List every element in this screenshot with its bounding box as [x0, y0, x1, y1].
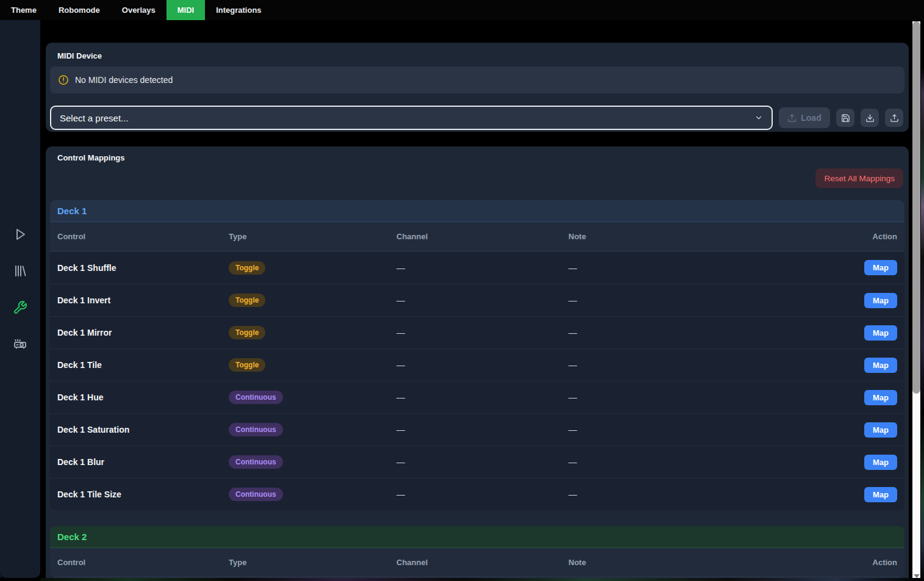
scrollbar-track[interactable]: [912, 21, 920, 581]
type-badge: Toggle: [229, 326, 265, 339]
type-cell: Toggle: [229, 294, 396, 307]
action-cell: Map: [864, 422, 897, 438]
table-header-row: ControlTypeChannelNoteAction: [50, 548, 904, 577]
download-preset-button[interactable]: [861, 109, 879, 127]
control-mappings-panel: Control Mappings Reset All Mappings Deck…: [46, 146, 909, 578]
load-button-label: Load: [801, 113, 821, 123]
mapping-row: Deck 1 ShuffleToggle——Map: [50, 251, 904, 284]
warning-icon: [58, 74, 69, 85]
type-cell: Toggle: [229, 358, 396, 372]
chevron-down-icon: [754, 114, 763, 122]
preset-select[interactable]: Select a preset...: [50, 106, 773, 130]
type-badge: Continuous: [229, 391, 283, 404]
table-header-row: ControlTypeChannelNoteAction: [50, 222, 904, 251]
tab-integrations[interactable]: Integrations: [205, 0, 272, 20]
channel-value: —: [396, 392, 568, 402]
mapping-row: Deck 1 BlurContinuous——Map: [50, 446, 904, 478]
action-cell: Map: [864, 455, 897, 470]
column-header: Control: [57, 558, 229, 567]
control-name: Deck 1 Shuffle: [57, 263, 229, 273]
load-preset-button[interactable]: Load: [779, 107, 830, 128]
projector-icon[interactable]: [9, 333, 31, 355]
map-button[interactable]: Map: [864, 422, 897, 438]
library-icon[interactable]: [9, 260, 31, 282]
upload-icon: [890, 114, 899, 123]
type-badge: Continuous: [229, 488, 283, 501]
map-button[interactable]: Map: [864, 358, 897, 373]
mapping-row: Deck 1 TileToggle——Map: [50, 348, 904, 381]
map-button[interactable]: Map: [864, 325, 897, 341]
map-button[interactable]: Map: [864, 455, 897, 470]
action-cell: Map: [864, 390, 897, 405]
tab-midi[interactable]: MIDI: [167, 0, 205, 20]
tab-overlays[interactable]: Overlays: [111, 0, 167, 20]
action-cell: Map: [864, 358, 897, 373]
control-name: Deck 1 Hue: [57, 392, 229, 402]
type-badge: Toggle: [229, 358, 265, 372]
map-button[interactable]: Map: [864, 487, 897, 502]
control-name: Deck 1 Tile Size: [57, 489, 229, 499]
no-midi-alert: No MIDI devices detected: [50, 67, 904, 93]
decks: Deck 1ControlTypeChannelNoteActionDeck 1…: [50, 200, 904, 581]
mapping-row: Deck 1 Tile SizeContinuous——Map: [50, 478, 904, 510]
deck-title: Deck 1: [50, 200, 904, 222]
play-icon[interactable]: [9, 223, 31, 245]
channel-value: —: [396, 263, 568, 273]
type-cell: Continuous: [229, 488, 396, 501]
channel-value: —: [396, 360, 568, 370]
sidebar: [0, 20, 40, 578]
top-nav: Theme Robomode Overlays MIDI Integration…: [0, 0, 924, 20]
deck-section: Deck 2ControlTypeChannelNoteAction: [50, 526, 904, 577]
upload-icon: [787, 114, 797, 123]
mapping-row: Deck 1 HueContinuous——Map: [50, 381, 904, 413]
control-mappings-header: Control Mappings Reset All Mappings: [46, 146, 909, 200]
download-icon: [865, 114, 875, 123]
type-badge: Continuous: [229, 423, 283, 436]
action-cell: Map: [864, 487, 897, 502]
upload-preset-button[interactable]: [885, 109, 903, 127]
column-header: Type: [229, 232, 396, 241]
scrollbar-thumb[interactable]: [912, 21, 920, 394]
tab-theme[interactable]: Theme: [0, 0, 48, 20]
type-badge: Toggle: [229, 261, 265, 275]
action-cell: Map: [864, 325, 897, 341]
mapping-row: Deck 1 InvertToggle——Map: [50, 284, 904, 316]
channel-value: —: [396, 489, 568, 499]
column-header: Action: [873, 558, 897, 567]
action-cell: Map: [864, 293, 897, 308]
channel-value: —: [396, 425, 568, 435]
channel-value: —: [396, 295, 568, 305]
control-name: Deck 1 Blur: [57, 457, 229, 467]
save-preset-button[interactable]: [836, 109, 854, 127]
control-name: Deck 1 Mirror: [57, 328, 229, 337]
map-button[interactable]: Map: [864, 260, 897, 275]
wrench-icon[interactable]: [9, 297, 31, 319]
background-window-sliver-bottom: [40, 578, 924, 581]
type-cell: Continuous: [229, 423, 396, 436]
note-value: —: [568, 295, 839, 305]
reset-all-mappings-button[interactable]: Reset All Mappings: [815, 168, 903, 188]
column-header: Type: [229, 558, 396, 567]
map-button[interactable]: Map: [864, 293, 897, 308]
note-value: —: [568, 489, 839, 499]
column-header: Control: [57, 232, 229, 241]
note-value: —: [568, 360, 839, 370]
type-cell: Continuous: [229, 391, 396, 404]
mapping-row: Deck 1 MirrorToggle——Map: [50, 316, 904, 348]
control-name: Deck 1 Tile: [57, 360, 229, 370]
column-header: Channel: [396, 232, 568, 241]
type-badge: Continuous: [229, 455, 283, 469]
map-button[interactable]: Map: [864, 390, 897, 405]
channel-value: —: [396, 457, 568, 467]
channel-value: —: [396, 328, 568, 337]
app-window: Theme Robomode Overlays MIDI Integration…: [0, 0, 924, 581]
column-header: Note: [568, 232, 839, 241]
action-cell: Map: [864, 260, 897, 275]
deck-section: Deck 1ControlTypeChannelNoteActionDeck 1…: [50, 200, 904, 510]
type-cell: Continuous: [229, 455, 396, 469]
mapping-row: Deck 1 SaturationContinuous——Map: [50, 413, 904, 446]
preset-row: Select a preset... Load: [50, 106, 904, 130]
note-value: —: [568, 457, 839, 467]
tab-robomode[interactable]: Robomode: [48, 0, 111, 20]
alert-text: No MIDI devices detected: [75, 75, 173, 85]
